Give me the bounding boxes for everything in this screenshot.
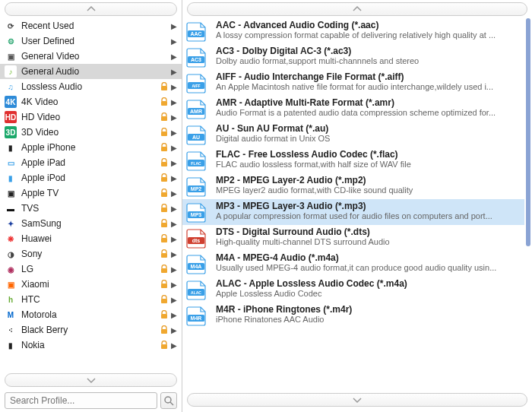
format-item[interactable]: AACAAC - Advanced Audio Coding (*.aac)A … [182,18,524,44]
format-item[interactable]: dtsDTS - Digital Surround Audio (*.dts)H… [182,225,524,251]
category-item[interactable]: ❋Huawei▶ [0,231,182,246]
chevron-right-icon: ▶ [171,174,177,182]
lock-icon [160,173,168,182]
category-icon: ✦ [5,217,17,230]
format-title: MP3 - MPEG Layer-3 Audio (*.mp3) [216,201,520,211]
format-title: FLAC - Free Lossless Audio Codec (*.flac… [216,149,520,160]
category-label: 4K Video [21,97,159,107]
chevron-up-icon [86,5,97,13]
svg-rect-6 [161,177,167,182]
scrollbar[interactable] [526,18,530,246]
format-text: ALAC - Apple Lossless Audio Codec (*.m4a… [216,278,520,298]
chevron-right-icon: ▶ [171,235,177,243]
scroll-down-button[interactable] [5,373,177,387]
svg-text:MP3: MP3 [191,212,202,217]
category-item[interactable]: 4K4K Video▶ [0,94,182,109]
category-item[interactable]: HDHD Video▶ [0,109,182,125]
category-label: HTC [21,294,159,305]
svg-rect-13 [161,284,167,288]
format-desc: An Apple Macintosh native file format fo… [216,82,520,91]
format-item[interactable]: AMRAMR - Adaptive Multi-Rate Format (*.a… [182,96,524,122]
format-icon: AMR [185,99,210,120]
category-item[interactable]: ✦SamSung▶ [0,216,182,231]
category-item[interactable]: ♪General Audio▶ [0,64,182,79]
format-item[interactable]: AC3AC3 - Dolby Digital AC-3 (*.ac3)Dolby… [182,44,524,70]
format-text: AIFF - Audio Interchange File Format (*.… [216,71,520,91]
category-item[interactable]: hHTC▶ [0,292,182,307]
format-text: AMR - Adaptive Multi-Rate Format (*.amr)… [216,97,520,117]
category-label: Apple iPad [21,157,159,168]
format-desc: High-quality multi-channel DTS surround … [216,237,520,246]
format-title: M4A - MPEG-4 Audio (*.m4a) [216,252,520,263]
category-item[interactable]: ▭Apple iPad▶ [0,155,182,170]
svg-point-18 [165,397,171,403]
svg-rect-9 [161,223,167,227]
lock-icon [160,295,168,304]
svg-text:M4A: M4A [191,264,202,269]
chevron-right-icon: ▶ [171,220,177,228]
category-icon: 4K [5,96,17,108]
svg-rect-3 [161,132,167,136]
category-item[interactable]: ♫Lossless Audio▶ [0,79,182,94]
category-item[interactable]: ⚙User Defined▶ [0,33,182,49]
category-icon: ▮ [5,141,17,154]
svg-rect-8 [161,208,167,212]
format-list: AACAAC - Advanced Audio Coding (*.aac)A … [182,18,532,391]
format-item[interactable]: M4RM4R - iPhone Ringtones (*.m4r)iPhone … [182,303,524,328]
format-text: MP3 - MPEG Layer-3 Audio (*.mp3)A popula… [216,201,520,220]
chevron-down-icon [352,396,363,404]
search-icon [163,395,174,406]
format-desc: Apple Lossless Audio Codec [216,289,520,298]
search-row [0,389,182,412]
category-item[interactable]: ▮Nokia▶ [0,338,182,353]
scroll-up-button[interactable] [187,2,527,16]
category-item[interactable]: MMotorola▶ [0,307,182,322]
lock-icon [160,234,168,243]
svg-text:AMR: AMR [190,109,202,114]
lock-icon [160,219,168,228]
category-item[interactable]: ◉LG▶ [0,261,182,277]
category-icon: ▮ [5,172,17,184]
format-item[interactable]: MP2MP2 - MPEG Layer-2 Audio (*.mp2)MPEG … [182,173,524,199]
svg-rect-12 [161,268,167,273]
lock-icon [160,158,168,167]
category-label: Black Berry [21,325,159,335]
category-item[interactable]: ◑Sony▶ [0,246,182,261]
format-icon: AAC [185,21,210,43]
format-item[interactable]: FLACFLAC - Free Lossless Audio Codec (*.… [182,147,524,173]
format-icon: M4R [185,306,210,327]
category-icon: M [5,309,17,321]
format-desc: Usually used MPEG-4 audio format,it can … [216,263,520,272]
scroll-down-button[interactable] [187,393,527,407]
category-item[interactable]: ⁖Black Berry▶ [0,322,182,338]
category-item[interactable]: ▮Apple iPhone▶ [0,140,182,155]
category-item[interactable]: ▣Apple TV▶ [0,185,182,201]
category-item[interactable]: ▮Apple iPod▶ [0,170,182,185]
chevron-up-icon [352,5,363,13]
scroll-up-button[interactable] [5,2,177,16]
format-item[interactable]: M4AM4A - MPEG-4 Audio (*.m4a)Usually use… [182,251,524,277]
category-item[interactable]: 3D3D Video▶ [0,125,182,140]
format-item[interactable]: AUAU - Sun AU Format (*.au)Digital audio… [182,122,524,147]
search-input[interactable] [5,392,157,409]
svg-line-19 [170,402,173,405]
format-text: AAC - Advanced Audio Coding (*.aac)A los… [216,20,520,40]
category-item[interactable]: ⟳Recent Used▶ [0,18,182,33]
format-desc: Dolby audio format,support multi-channne… [216,56,520,65]
svg-rect-1 [161,101,167,106]
format-item[interactable]: AIFFAIFF - Audio Interchange File Format… [182,70,524,96]
chevron-down-icon [86,376,97,384]
lock-icon [160,128,168,137]
category-item[interactable]: ▬TVS▶ [0,201,182,216]
format-title: AMR - Adaptive Multi-Rate Format (*.amr) [216,97,520,108]
search-button[interactable] [160,392,177,409]
format-icon: AU [185,125,210,146]
category-item[interactable]: ▣General Video▶ [0,49,182,64]
format-item[interactable]: ALACALAC - Apple Lossless Audio Codec (*… [182,277,524,303]
category-icon: ▬ [5,202,17,214]
format-item[interactable]: MP3MP3 - MPEG Layer-3 Audio (*.mp3)A pop… [182,199,524,225]
category-icon: h [5,293,17,306]
format-icon: AC3 [185,47,210,68]
category-item[interactable]: ▣Xiaomi▶ [0,277,182,292]
lock-icon [160,143,168,152]
